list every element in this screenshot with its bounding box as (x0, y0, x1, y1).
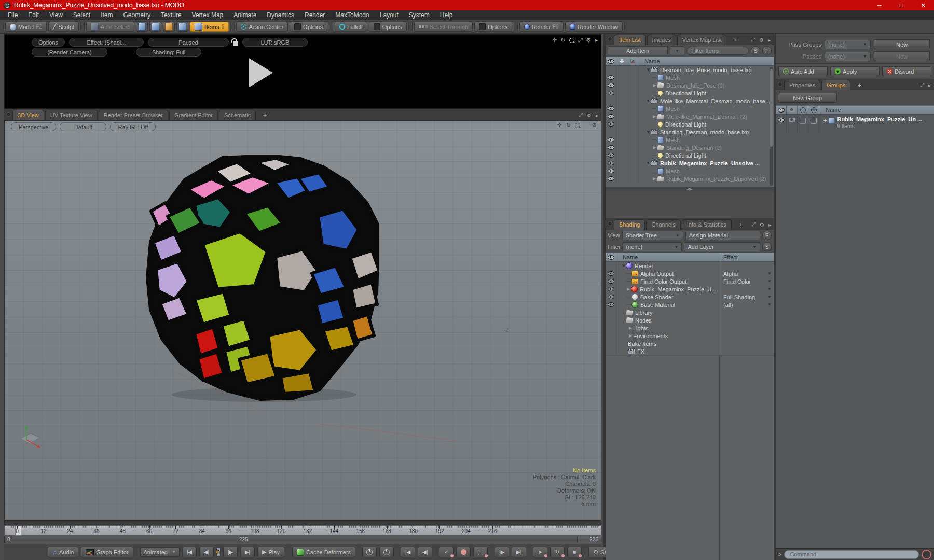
collapsed-arrow-icon[interactable]: ▶ (652, 83, 657, 88)
chevron-down-icon[interactable]: ▼ (767, 287, 772, 291)
select-vertex-mode-button[interactable] (136, 22, 148, 32)
item-list-row[interactable]: ▼Mole-like_Mammal_Desman_modo_base.... (606, 97, 774, 105)
rotate-icon[interactable]: ↻ (561, 37, 566, 44)
item-label[interactable]: Rubik_Megaminx_Puzzle_Unsolve ... (660, 160, 760, 166)
audio-button[interactable]: ♫Audio (48, 547, 78, 557)
time-offset-button[interactable] (379, 547, 394, 557)
shader-tree-row[interactable]: ▶Lights (606, 324, 774, 332)
effect-value[interactable]: Final Color (723, 278, 751, 285)
select-polygon-mode-button[interactable] (163, 22, 175, 32)
checkbox-icon[interactable] (800, 118, 806, 124)
menu-edit[interactable]: Edit (23, 11, 44, 19)
item-list-row[interactable]: ▶Standing_Desman(2) (606, 144, 774, 151)
maximize-icon[interactable]: ⤢ (751, 221, 756, 228)
play-button[interactable]: ▶Play (257, 547, 284, 557)
gear-icon[interactable]: ⚙ (592, 122, 597, 129)
record-rotate-button[interactable]: ↻ (550, 547, 565, 557)
falloff-button[interactable]: Falloff (335, 22, 367, 32)
eye-icon[interactable] (608, 153, 614, 158)
collapsed-arrow-icon[interactable]: ▶ (652, 176, 657, 181)
expanded-arrow-icon[interactable]: ▼ (645, 67, 651, 72)
item-list-row[interactable]: Mesh (606, 167, 774, 175)
item-label[interactable]: Mesh (666, 106, 680, 112)
eye-icon[interactable] (608, 91, 614, 95)
filter-column-icon[interactable] (798, 106, 808, 114)
current-frame-field[interactable]: 0◆ (216, 547, 221, 557)
tab-images[interactable]: Images (647, 35, 676, 45)
go-to-start-button[interactable]: |◀ (182, 547, 197, 557)
tab-add-tab[interactable]: + (732, 35, 739, 45)
item-list-row[interactable]: Mesh (606, 105, 774, 113)
chevron-down-icon[interactable]: ▼ (767, 271, 772, 276)
tab-render-preset-browser[interactable]: Render Preset Browser (99, 110, 168, 120)
render-button[interactable]: RenderF9 (519, 22, 564, 32)
apply-button[interactable]: ▼Apply (830, 66, 880, 76)
viewport-hscrollbar[interactable] (4, 520, 601, 525)
item-list-row[interactable]: ▶Rubik_Megaminx_Puzzle_Unsolved(2) (606, 175, 774, 183)
pass-groups-dropdown[interactable]: (none)▼ (825, 40, 871, 49)
tab-add-tab[interactable]: + (856, 80, 863, 90)
preview-options-button[interactable]: Options (32, 38, 65, 47)
effect-value[interactable]: Full Shading (723, 294, 755, 300)
preview-effect-button[interactable]: Effect: (Shadi... (69, 38, 144, 47)
gear-icon[interactable]: ⚙ (760, 222, 764, 228)
tab-info-statistics[interactable]: Info & Statistics (682, 219, 732, 230)
collapsed-arrow-icon[interactable]: ▶ (652, 145, 657, 150)
menu-geometry[interactable]: Geometry (119, 11, 156, 19)
item-list-row[interactable]: ▶Desman_Idle_Pose(2) (606, 81, 774, 89)
item-list-scrollbar[interactable] (770, 67, 773, 186)
sculpt-button[interactable]: ╱Sculpt (48, 22, 79, 32)
expand-plus-icon[interactable]: + (823, 117, 827, 123)
shader-tree-row[interactable]: Base Material(all)▼ (606, 301, 774, 309)
record-scale-button[interactable]: ■ (567, 547, 582, 557)
item-list-row[interactable]: ▼Standing_Desman_modo_base.lxo (606, 128, 774, 136)
zoom-icon[interactable] (575, 123, 580, 128)
filter-items-input[interactable] (686, 47, 749, 55)
menu-select[interactable]: Select (68, 11, 95, 19)
chevron-down-icon[interactable]: ▼ (767, 295, 772, 299)
command-input[interactable] (784, 550, 919, 559)
tab-channels[interactable]: Channels (646, 219, 680, 230)
item-list-row[interactable]: Mesh (606, 136, 774, 144)
eye-icon[interactable] (608, 114, 614, 119)
shader-tree-row[interactable]: ▼Render (606, 262, 774, 270)
perspective-button[interactable]: Perspective (11, 122, 56, 131)
shader-tree-row[interactable]: Base ShaderFull Shading▼ (606, 293, 774, 301)
tab-groups[interactable]: Groups (821, 80, 850, 90)
action-center-button[interactable]: Action Center (236, 22, 288, 32)
item-list-row[interactable]: Directional Light (606, 120, 774, 128)
item-list-hscrollbar[interactable]: ◀▶ (606, 187, 774, 191)
render-preview[interactable]: Options Effect: (Shadi... Paused LUT: sR… (4, 34, 601, 109)
collapsed-arrow-icon[interactable]: ▶ (652, 114, 657, 119)
shader-tree-row[interactable]: Alpha OutputAlpha▼ (606, 270, 774, 277)
megaminx-model[interactable] (145, 155, 379, 402)
camera-icon[interactable] (789, 118, 795, 122)
item-list-row[interactable]: Directional Light (606, 89, 774, 97)
menu-vertex-map[interactable]: Vertex Map (187, 11, 228, 19)
eye-icon[interactable] (608, 83, 614, 88)
cache-deformers-button[interactable]: Cache Deformers (292, 547, 355, 557)
scope-button[interactable]: S (751, 46, 760, 55)
shader-label[interactable]: Base Material (640, 302, 675, 308)
item-list-row[interactable]: Directional Light (606, 151, 774, 159)
collapsed-arrow-icon[interactable]: ▶ (628, 333, 633, 338)
panel-arrow-icon[interactable]: ▸ (928, 82, 931, 88)
tab-properties[interactable]: Properties (784, 80, 820, 90)
item-label[interactable]: Mesh (666, 168, 680, 174)
item-label[interactable]: Directional Light (665, 152, 706, 159)
select-through-options-button[interactable]: Options (474, 22, 512, 32)
time-tool-button[interactable] (362, 547, 377, 557)
panel-arrow-icon[interactable]: ▸ (768, 222, 771, 228)
panel-arrow-icon[interactable]: ▸ (595, 37, 598, 44)
eye-icon[interactable] (608, 302, 614, 307)
eye-icon[interactable] (608, 161, 614, 165)
name-column-header[interactable]: Name (638, 58, 660, 64)
item-label[interactable]: Mole-like_Mammal_Desman_modo_base.... (660, 98, 772, 104)
panel-arrow-icon[interactable]: ▸ (596, 113, 598, 118)
render-window-button[interactable]: Render Window (565, 22, 623, 32)
item-list-row[interactable]: ▼Desman_Idle_Pose_modo_base.lxo (606, 66, 774, 74)
select-edge-mode-button[interactable] (149, 22, 161, 32)
checkbox-icon[interactable] (811, 118, 817, 124)
raygl-button[interactable]: Ray GL: Off (110, 122, 156, 131)
menu-view[interactable]: View (45, 11, 67, 19)
